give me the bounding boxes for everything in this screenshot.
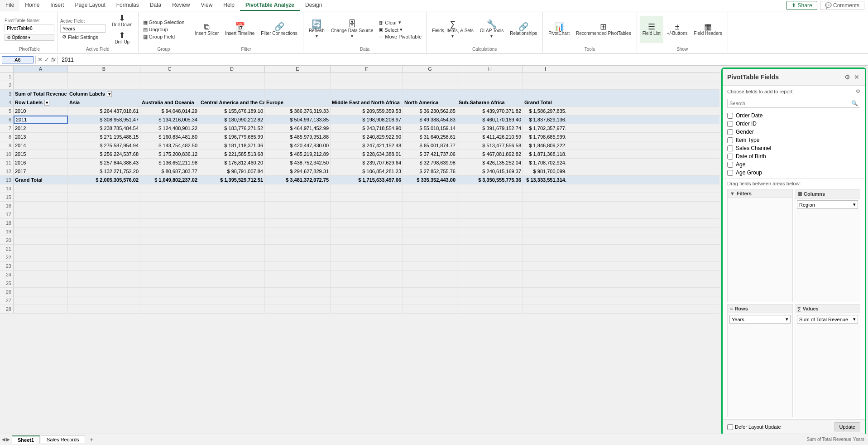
cell-f4[interactable]: Middle East and North Africa [331, 98, 403, 106]
cell-b10[interactable]: $ 256,224,537.68 [68, 150, 140, 158]
cell-empty-16-6[interactable] [403, 202, 457, 210]
cell-empty-19-3[interactable] [199, 227, 265, 236]
cell-h13[interactable]: $ 3,350,555,775.36 [457, 176, 523, 184]
cell-empty-21-5[interactable] [331, 245, 403, 253]
col-header-c[interactable]: C [140, 66, 199, 72]
group-selection-button[interactable]: ▦ Group Selection [141, 19, 187, 26]
row-labels-filter[interactable]: ▾ [44, 100, 49, 106]
cell-empty-20-0[interactable] [14, 236, 68, 244]
cell-empty-24-8[interactable] [523, 271, 568, 279]
cell-h8[interactable]: $ 411,426,210.59 [457, 133, 523, 141]
cell-empty-15-4[interactable] [265, 193, 331, 201]
cell-empty-17-8[interactable] [523, 210, 568, 218]
cell-e12[interactable]: $ 294,627,829.31 [265, 167, 331, 175]
cell-e8[interactable]: $ 485,979,951.88 [265, 133, 331, 141]
cell-empty-23-1[interactable] [68, 262, 140, 270]
cell-e9[interactable]: $ 420,447,830.00 [265, 141, 331, 150]
cell-e13[interactable]: $ 3,481,372,072.75 [265, 176, 331, 184]
cell-h2[interactable] [457, 81, 523, 89]
cell-i12[interactable]: $ 981,700,099. [523, 167, 568, 175]
cell-b7[interactable]: $ 238,785,484.54 [68, 124, 140, 132]
cell-empty-26-8[interactable] [523, 288, 568, 296]
cell-c5[interactable]: $ 94,048,014.29 [140, 107, 199, 115]
cell-d6[interactable]: $ 180,990,212.82 [199, 116, 265, 124]
pivot-area-filters-content[interactable] [728, 198, 792, 302]
cell-empty-14-5[interactable] [331, 184, 403, 193]
cell-empty-23-5[interactable] [331, 262, 403, 270]
cell-empty-16-1[interactable] [68, 202, 140, 210]
cell-h4[interactable]: Sub-Saharan Africa [457, 98, 523, 106]
tab-pivottable-analyze[interactable]: PivotTable Analyze [240, 0, 300, 11]
cell-empty-23-0[interactable] [14, 262, 68, 270]
gender-checkbox[interactable] [727, 129, 733, 135]
cell-empty-25-1[interactable] [68, 279, 140, 287]
defer-layout-checkbox[interactable] [727, 424, 733, 430]
cell-empty-21-6[interactable] [403, 245, 457, 253]
cell-empty-15-7[interactable] [457, 193, 523, 201]
cell-empty-18-5[interactable] [331, 219, 403, 227]
sales-channel-checkbox[interactable] [727, 145, 733, 151]
cell-g3[interactable] [403, 90, 457, 98]
cell-e10[interactable]: $ 485,219,212.89 [265, 150, 331, 158]
cell-a6-selected[interactable]: 2011 [14, 116, 68, 124]
item-type-checkbox[interactable] [727, 137, 733, 143]
select-button[interactable]: ▣ Select ▾ [377, 26, 423, 33]
cell-empty-18-7[interactable] [457, 219, 523, 227]
insert-timeline-button[interactable]: 📅 Insert Timeline [222, 16, 257, 43]
cell-c7[interactable]: $ 124,408,901.22 [140, 124, 199, 132]
insert-slicer-button[interactable]: ⧉ Insert Slicer [192, 16, 221, 43]
cell-empty-28-2[interactable] [140, 305, 199, 313]
cell-i9[interactable]: $ 1,846,809,222. [523, 141, 568, 150]
tab-home[interactable]: Home [19, 0, 45, 11]
plus-minus-buttons-button[interactable]: ± +/-Buttons [664, 16, 691, 43]
tab-page-layout[interactable]: Page Layout [69, 0, 110, 11]
cell-b6[interactable]: $ 308,958,951.47 [68, 116, 140, 124]
cell-empty-20-5[interactable] [331, 236, 403, 244]
col-header-i[interactable]: I [523, 66, 568, 72]
cell-empty-20-1[interactable] [68, 236, 140, 244]
cell-empty-25-5[interactable] [331, 279, 403, 287]
cell-empty-26-6[interactable] [403, 288, 457, 296]
cell-i11[interactable]: $ 1,708,702,924. [523, 159, 568, 167]
cell-empty-27-8[interactable] [523, 296, 568, 305]
cell-g6[interactable]: $ 49,388,454.83 [403, 116, 457, 124]
cell-i5[interactable]: $ 1,586,297,835. [523, 107, 568, 115]
cell-empty-27-0[interactable] [14, 296, 68, 305]
cell-b3[interactable]: Column Labels ▾ [68, 90, 140, 98]
cell-empty-15-3[interactable] [199, 193, 265, 201]
tab-help[interactable]: Help [218, 0, 240, 11]
cell-h10[interactable]: $ 467,081,892.82 [457, 150, 523, 158]
cell-d11[interactable]: $ 176,812,460.20 [199, 159, 265, 167]
cell-empty-18-8[interactable] [523, 219, 568, 227]
cell-d12[interactable]: $ 98,791,007.84 [199, 167, 265, 175]
cell-empty-26-3[interactable] [199, 288, 265, 296]
cell-b2[interactable] [68, 81, 140, 89]
column-labels-filter[interactable]: ▾ [107, 91, 112, 97]
cell-d7[interactable]: $ 183,776,271.52 [199, 124, 265, 132]
cell-empty-26-1[interactable] [68, 288, 140, 296]
recommended-pivottables-button[interactable]: ⊞ Recommended PivotTables [573, 16, 634, 43]
cell-empty-22-7[interactable] [457, 253, 523, 261]
cell-empty-24-2[interactable] [140, 271, 199, 279]
cell-i10[interactable]: $ 1,871,368,118. [523, 150, 568, 158]
cell-empty-22-6[interactable] [403, 253, 457, 261]
pivottable-name-input[interactable] [5, 24, 54, 32]
cell-h5[interactable]: $ 439,970,371.82 [457, 107, 523, 115]
cell-empty-21-8[interactable] [523, 245, 568, 253]
pivot-panel-close-icon[interactable]: ✕ [853, 73, 860, 82]
cell-e2[interactable] [265, 81, 331, 89]
cell-g12[interactable]: $ 27,852,755.76 [403, 167, 457, 175]
cell-empty-16-3[interactable] [199, 202, 265, 210]
col-header-a[interactable]: A [14, 66, 68, 72]
insert-function-icon[interactable]: fx [51, 56, 56, 63]
cell-empty-25-8[interactable] [523, 279, 568, 287]
cell-empty-20-4[interactable] [265, 236, 331, 244]
cell-empty-25-3[interactable] [199, 279, 265, 287]
cell-g2[interactable] [403, 81, 457, 89]
cell-empty-24-7[interactable] [457, 271, 523, 279]
scroll-right-icon[interactable]: ▶ [6, 437, 10, 442]
cell-c6[interactable]: $ 134,216,005.34 [140, 116, 199, 124]
cell-a7[interactable]: 2012 [14, 124, 68, 132]
date-of-birth-checkbox[interactable] [727, 154, 733, 160]
confirm-formula-icon[interactable]: ✓ [44, 56, 49, 63]
